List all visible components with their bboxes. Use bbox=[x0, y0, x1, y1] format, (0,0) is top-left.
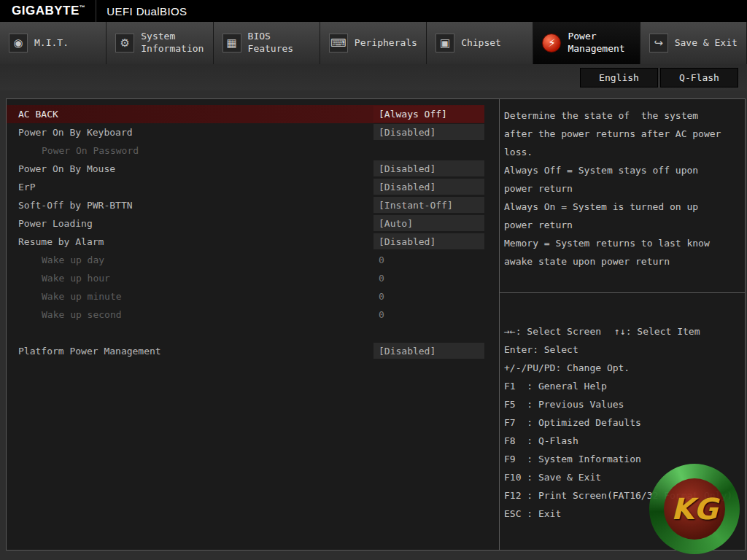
help-description-line: Always Off = System stays off upon bbox=[504, 161, 739, 179]
setting-label: Wake up minute bbox=[7, 291, 122, 302]
kitguru-watermark: KG bbox=[649, 464, 740, 554]
help-description-line: Determine the state of the system bbox=[504, 106, 739, 125]
help-description-line: Memory = System returns to last know bbox=[504, 234, 739, 252]
chipset-icon: ▣ bbox=[436, 34, 454, 52]
help-key-line: →←: Select Screen↑↓: Select Item bbox=[504, 322, 739, 341]
setting-label: Power Loading bbox=[7, 218, 93, 229]
tab-label: Peripherals bbox=[355, 37, 417, 50]
brand-text: GIGABYTE bbox=[12, 4, 80, 18]
help-description-line: loss. bbox=[504, 143, 739, 161]
setting-wake-up-day: Wake up day0 bbox=[7, 251, 499, 269]
setting-power-on-password: Power On Password bbox=[7, 141, 499, 160]
setting-power-on-by-mouse[interactable]: Power On By Mouse[Disabled] bbox=[7, 160, 499, 178]
help-description: Determine the state of the systemafter t… bbox=[504, 106, 739, 271]
setting-label: Wake up second bbox=[7, 309, 122, 320]
tab-label: Chipset bbox=[461, 37, 501, 50]
key-hint: F8 : Q-Flash bbox=[504, 435, 578, 446]
help-key-line: F8 : Q-Flash bbox=[504, 432, 739, 450]
gigabyte-logo: GIGABYTE™ bbox=[0, 4, 96, 18]
key-hint: ESC : Exit bbox=[504, 508, 561, 519]
key-hint: F1 : General Help bbox=[504, 381, 607, 392]
setting-erp[interactable]: ErP[Disabled] bbox=[7, 178, 499, 196]
key-hint: Enter: Select bbox=[504, 344, 578, 355]
setting-value[interactable]: [Always Off] bbox=[374, 106, 484, 122]
key-hint: F5 : Previous Values bbox=[504, 399, 624, 410]
setting-power-loading[interactable]: Power Loading[Auto] bbox=[7, 214, 499, 233]
help-description-line: after the power returns after AC power bbox=[504, 125, 739, 143]
tab-label: M.I.T. bbox=[34, 37, 69, 50]
tab-label: Save & Exit bbox=[675, 37, 738, 50]
key-hint: F10 : Save & Exit bbox=[504, 472, 601, 483]
tab-system-information[interactable]: ⚙System Information bbox=[107, 22, 213, 64]
key-hint: →←: Select Screen bbox=[504, 326, 601, 337]
save-exit-icon: ↪ bbox=[649, 34, 668, 52]
setting-wake-up-minute: Wake up minute0 bbox=[7, 287, 499, 306]
tab-bar: ◉M.I.T.⚙System Information▦BIOS Features… bbox=[0, 22, 747, 64]
tab-chipset[interactable]: ▣Chipset bbox=[427, 22, 533, 64]
setting-power-on-by-keyboard[interactable]: Power On By Keyboard[Disabled] bbox=[7, 123, 499, 141]
help-key-line: F7 : Optimized Defaults bbox=[504, 413, 739, 432]
help-key-line: Enter: Select bbox=[504, 341, 739, 359]
setting-label: Wake up hour bbox=[7, 273, 110, 284]
setting-label: Wake up day bbox=[7, 254, 104, 265]
setting-value: 0 bbox=[374, 306, 484, 322]
setting-label: Resume by Alarm bbox=[7, 236, 104, 247]
tab-label: System Information bbox=[141, 31, 206, 55]
key-hint: ↑↓: Select Item bbox=[614, 326, 700, 337]
setting-value[interactable]: [Instant-Off] bbox=[374, 197, 484, 213]
setting-value[interactable]: [Disabled] bbox=[374, 343, 484, 359]
setting-label: Power On By Keyboard bbox=[7, 127, 133, 138]
setting-value[interactable]: [Auto] bbox=[374, 215, 484, 231]
q-flash-button[interactable]: Q-Flash bbox=[660, 68, 738, 88]
bios-screen: GIGABYTE™ UEFI DualBIOS ◉M.I.T.⚙System I… bbox=[0, 0, 747, 560]
setting-label: Platform Power Management bbox=[7, 346, 161, 357]
tab-label: BIOS Features bbox=[248, 31, 314, 55]
power-icon: ⚡ bbox=[542, 34, 561, 52]
watermark-text: KG bbox=[649, 464, 740, 554]
english-button[interactable]: English bbox=[580, 68, 658, 88]
setting-value: 0 bbox=[374, 270, 484, 286]
key-hint: F9 : System Information bbox=[504, 454, 641, 464]
setting-value[interactable]: [Disabled] bbox=[374, 179, 484, 195]
top-bar: GIGABYTE™ UEFI DualBIOS bbox=[0, 0, 747, 22]
setting-label: Power On By Mouse bbox=[7, 163, 115, 174]
trademark-symbol: ™ bbox=[80, 4, 86, 11]
main-panel: AC BACK[Always Off]Power On By Keyboard[… bbox=[6, 98, 746, 551]
setting-resume-by-alarm[interactable]: Resume by Alarm[Disabled] bbox=[7, 233, 499, 251]
help-key-line: F5 : Previous Values bbox=[504, 395, 739, 413]
setting-platform-power-management[interactable]: Platform Power Management[Disabled] bbox=[7, 342, 499, 360]
peripherals-icon: ⌨ bbox=[329, 34, 348, 52]
setting-label: AC BACK bbox=[7, 109, 58, 120]
setting-label: Soft-Off by PWR-BTTN bbox=[7, 200, 133, 211]
help-description-line: Always On = System is turned on up bbox=[504, 198, 739, 216]
tab-save-exit[interactable]: ↪Save & Exit bbox=[640, 22, 747, 64]
help-description-line: power return bbox=[504, 216, 739, 234]
mit-icon: ◉ bbox=[9, 34, 28, 52]
settings-list: AC BACK[Always Off]Power On By Keyboard[… bbox=[7, 99, 499, 550]
setting-label: ErP bbox=[7, 182, 35, 192]
tab-power-management[interactable]: ⚡Power Management bbox=[533, 22, 640, 64]
setting-value[interactable]: [Disabled] bbox=[374, 233, 484, 249]
setting-value: 0 bbox=[374, 288, 484, 304]
key-hint: F7 : Optimized Defaults bbox=[504, 417, 641, 428]
bios-icon: ▦ bbox=[222, 34, 241, 52]
product-title: UEFI DualBIOS bbox=[96, 5, 187, 18]
tab-peripherals[interactable]: ⌨Peripherals bbox=[320, 22, 427, 64]
key-hint: +/-/PU/PD: Change Opt. bbox=[504, 362, 630, 373]
setting-wake-up-hour: Wake up hour0 bbox=[7, 269, 499, 287]
setting-ac-back[interactable]: AC BACK[Always Off] bbox=[7, 105, 499, 123]
gear-icon: ⚙ bbox=[115, 34, 134, 52]
setting-value[interactable]: [Disabled] bbox=[374, 160, 484, 176]
help-description-line: awake state upon power return bbox=[504, 252, 739, 271]
help-divider bbox=[500, 292, 745, 293]
setting-soft-off-by-pwr-bttn[interactable]: Soft-Off by PWR-BTTN[Instant-Off] bbox=[7, 196, 499, 214]
tab-bios-features[interactable]: ▦BIOS Features bbox=[214, 22, 320, 64]
help-description-line: power return bbox=[504, 179, 739, 198]
setting-value[interactable]: [Disabled] bbox=[374, 124, 484, 140]
tab-m-i-t[interactable]: ◉M.I.T. bbox=[0, 22, 107, 64]
setting-wake-up-second: Wake up second0 bbox=[7, 306, 499, 324]
row-spacer bbox=[7, 324, 499, 342]
setting-label: Power On Password bbox=[7, 145, 139, 156]
quick-button-bar: EnglishQ-Flash bbox=[0, 64, 747, 90]
help-key-line: +/-/PU/PD: Change Opt. bbox=[504, 359, 739, 377]
